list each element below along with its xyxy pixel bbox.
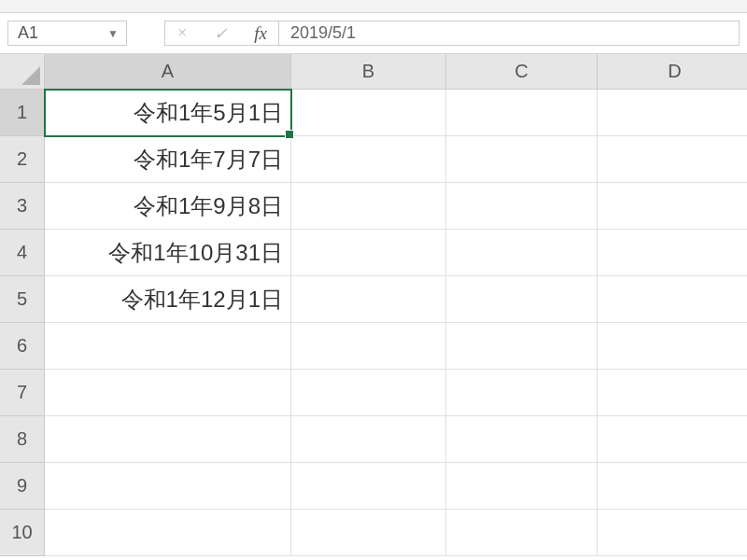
- cell-A6[interactable]: [45, 323, 291, 370]
- cell-A2[interactable]: 令和1年7月7日: [45, 136, 291, 183]
- cell-D1[interactable]: [598, 90, 747, 136]
- column-header-row: ABCD: [0, 54, 747, 90]
- cell-D5[interactable]: [598, 276, 747, 323]
- cell-B6[interactable]: [291, 323, 446, 370]
- column-header-B[interactable]: B: [291, 54, 446, 90]
- table-row: 9: [0, 463, 747, 510]
- column-header-C[interactable]: C: [446, 54, 598, 90]
- cell-C9[interactable]: [446, 463, 598, 510]
- cell-D2[interactable]: [598, 136, 747, 183]
- table-row: 10: [0, 510, 747, 556]
- column-header-A[interactable]: A: [45, 54, 291, 90]
- cell-C6[interactable]: [446, 323, 598, 370]
- cell-D4[interactable]: [598, 230, 747, 276]
- fx-icon[interactable]: fx: [250, 23, 271, 44]
- name-box[interactable]: A1 ▼: [7, 21, 127, 46]
- cell-C7[interactable]: [446, 370, 598, 416]
- cell-B9[interactable]: [291, 463, 446, 510]
- cell-C10[interactable]: [446, 510, 598, 556]
- cell-B1[interactable]: [291, 90, 446, 136]
- cell-A3[interactable]: 令和1年9月8日: [45, 183, 291, 230]
- cell-D9[interactable]: [598, 463, 747, 510]
- cell-D10[interactable]: [598, 510, 747, 556]
- row-header-10[interactable]: 10: [0, 510, 45, 556]
- cell-D6[interactable]: [598, 323, 747, 370]
- cell-C4[interactable]: [446, 230, 598, 276]
- table-row: 1令和1年5月1日: [0, 90, 747, 136]
- cell-D3[interactable]: [598, 183, 747, 230]
- table-row: 4令和1年10月31日: [0, 230, 747, 276]
- select-all-corner[interactable]: [0, 54, 45, 90]
- cell-B8[interactable]: [291, 416, 446, 463]
- column-header-D[interactable]: D: [598, 54, 747, 90]
- formula-input[interactable]: 2019/5/1: [278, 21, 740, 46]
- cell-B3[interactable]: [291, 183, 446, 230]
- row-header-6[interactable]: 6: [0, 323, 45, 370]
- cell-C5[interactable]: [446, 276, 598, 323]
- table-row: 5令和1年12月1日: [0, 276, 747, 323]
- cell-B4[interactable]: [291, 230, 446, 276]
- cell-D7[interactable]: [598, 370, 747, 416]
- table-row: 8: [0, 416, 747, 463]
- table-row: 3令和1年9月8日: [0, 183, 747, 230]
- cell-A5[interactable]: 令和1年12月1日: [45, 276, 291, 323]
- cell-B10[interactable]: [291, 510, 446, 556]
- formula-bar-gap: [127, 13, 164, 53]
- row-header-5[interactable]: 5: [0, 276, 45, 323]
- cell-B2[interactable]: [291, 136, 446, 183]
- name-box-value: A1: [18, 23, 38, 43]
- cell-B7[interactable]: [291, 370, 446, 416]
- name-box-dropdown-icon[interactable]: ▼: [107, 27, 119, 40]
- sheet-area: ABCD 1令和1年5月1日2令和1年7月7日3令和1年9月8日4令和1年10月…: [0, 54, 747, 560]
- formula-input-value: 2019/5/1: [290, 23, 356, 43]
- cell-A10[interactable]: [45, 510, 291, 556]
- row-header-9[interactable]: 9: [0, 463, 45, 510]
- cell-C8[interactable]: [446, 416, 598, 463]
- ribbon-strip: [0, 0, 747, 13]
- cell-C2[interactable]: [446, 136, 598, 183]
- cancel-icon[interactable]: ×: [173, 23, 191, 43]
- confirm-icon[interactable]: ✓: [210, 23, 232, 44]
- cell-A1[interactable]: 令和1年5月1日: [45, 90, 291, 136]
- formula-bar: A1 ▼ × ✓ fx 2019/5/1: [0, 13, 747, 54]
- table-row: 7: [0, 370, 747, 416]
- cell-A7[interactable]: [45, 370, 291, 416]
- cell-A4[interactable]: 令和1年10月31日: [45, 230, 291, 276]
- cell-C1[interactable]: [446, 90, 598, 136]
- row-header-7[interactable]: 7: [0, 370, 45, 416]
- cell-A9[interactable]: [45, 463, 291, 510]
- row-header-8[interactable]: 8: [0, 416, 45, 463]
- cell-D8[interactable]: [598, 416, 747, 463]
- row-header-4[interactable]: 4: [0, 230, 45, 276]
- table-row: 6: [0, 323, 747, 370]
- row-header-1[interactable]: 1: [0, 90, 45, 136]
- formula-bar-buttons: × ✓ fx: [164, 21, 278, 46]
- row-header-3[interactable]: 3: [0, 183, 45, 230]
- cell-A8[interactable]: [45, 416, 291, 463]
- row-header-2[interactable]: 2: [0, 136, 45, 183]
- cell-B5[interactable]: [291, 276, 446, 323]
- table-row: 2令和1年7月7日: [0, 136, 747, 183]
- cell-C3[interactable]: [446, 183, 598, 230]
